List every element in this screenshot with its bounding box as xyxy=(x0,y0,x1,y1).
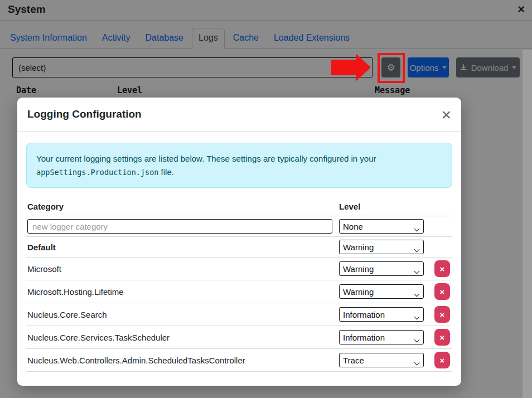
remove-category-button[interactable]: × xyxy=(434,352,450,368)
logging-categories-table: Category Level None xyxy=(26,197,452,372)
new-category-input[interactable] xyxy=(27,219,332,234)
remove-category-button[interactable]: × xyxy=(434,306,450,323)
remove-category-button[interactable]: × xyxy=(434,260,450,277)
category-label: Default xyxy=(26,237,338,258)
annotation-highlight-box xyxy=(378,53,405,83)
category-label: Nucleus.Web.Controllers.Admin.ScheduledT… xyxy=(26,349,338,372)
table-row: Microsoft Warning × xyxy=(26,258,452,280)
dialog-header: Logging Configuration × xyxy=(17,98,461,132)
remove-category-button[interactable]: × xyxy=(434,329,450,346)
table-header-row: Category Level xyxy=(26,197,452,216)
annotation-arrow-head xyxy=(356,54,371,81)
scrollbar[interactable] xyxy=(523,50,532,398)
delete-x-icon: × xyxy=(440,287,445,297)
table-row: Nucleus.Core.Services.TaskScheduler Info… xyxy=(26,326,452,349)
level-select[interactable]: Warning xyxy=(339,284,424,299)
category-label: Microsoft.Hosting.Lifetime xyxy=(26,280,338,303)
annotation-arrow-shaft xyxy=(331,60,356,75)
new-category-level-select[interactable]: None xyxy=(339,219,424,234)
level-select[interactable]: Trace xyxy=(339,353,424,367)
column-header-category: Category xyxy=(26,197,338,216)
dialog-body: Your current logging settings are listed… xyxy=(17,132,461,372)
delete-x-icon: × xyxy=(440,310,445,319)
category-label: Nucleus.Core.Services.TaskScheduler xyxy=(26,326,338,349)
dialog-title: Logging Configuration xyxy=(27,108,142,120)
level-select[interactable]: Information xyxy=(339,307,424,322)
table-row: Default Warning xyxy=(26,237,452,258)
delete-x-icon: × xyxy=(440,356,445,365)
category-label: Microsoft xyxy=(26,258,338,280)
new-category-row: None xyxy=(26,216,452,237)
delete-x-icon: × xyxy=(440,264,445,274)
level-select[interactable]: Warning xyxy=(339,261,424,276)
level-select[interactable]: Information xyxy=(339,330,424,344)
info-alert-text-after: file. xyxy=(158,167,174,177)
column-header-level: Level xyxy=(338,197,433,216)
table-row: Microsoft.Hosting.Lifetime Warning × xyxy=(26,280,452,303)
logging-configuration-dialog: Logging Configuration × Your current log… xyxy=(17,98,461,386)
category-label: Nucleus.Core.Search xyxy=(26,303,338,326)
table-row: Nucleus.Core.Search Information × xyxy=(26,303,452,326)
page: System × System Information Activity Dat… xyxy=(0,0,532,398)
info-alert: Your current logging settings are listed… xyxy=(26,143,452,188)
remove-category-button[interactable]: × xyxy=(434,283,450,300)
info-alert-code: appSettings.Production.json xyxy=(36,168,158,177)
dialog-close-icon[interactable]: × xyxy=(441,107,451,122)
info-alert-text: Your current logging settings are listed… xyxy=(36,154,376,163)
table-row: Nucleus.Web.Controllers.Admin.ScheduledT… xyxy=(26,349,452,372)
level-select[interactable]: Warning xyxy=(339,240,424,254)
delete-x-icon: × xyxy=(440,333,445,342)
